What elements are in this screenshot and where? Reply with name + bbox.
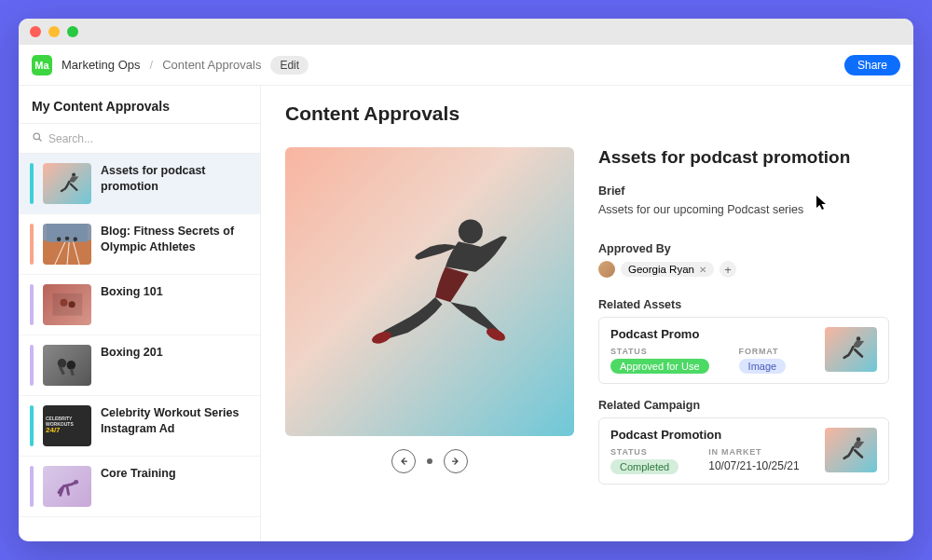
brief-label: Brief — [598, 184, 889, 198]
minimize-window-icon[interactable] — [48, 26, 60, 37]
related-campaign-card[interactable]: Podcast Promotion STATUS Completed IN MA… — [598, 417, 889, 485]
item-title: Core Training — [101, 466, 176, 507]
svg-line-1 — [39, 139, 42, 142]
record-title: Assets for podcast promotion — [598, 147, 889, 168]
page-title: Content Approvals — [285, 102, 889, 125]
item-title: Blog: Fitness Secrets of Olympic Athlete… — [101, 224, 249, 265]
status-label: STATUS — [610, 347, 709, 356]
related-campaign-title: Podcast Promotion — [610, 428, 814, 442]
item-thumbnail — [43, 224, 91, 265]
edit-button[interactable]: Edit — [270, 56, 308, 75]
search-icon — [32, 131, 43, 145]
svg-point-11 — [66, 361, 75, 370]
svg-point-0 — [34, 133, 40, 140]
item-title: Assets for podcast promotion — [101, 163, 249, 204]
svg-point-9 — [68, 301, 75, 307]
approver-name: Georgia Ryan — [628, 264, 694, 275]
related-asset-thumb — [825, 327, 877, 372]
sidebar-item[interactable]: Boxing 101 — [19, 275, 260, 335]
carousel-dot — [427, 458, 432, 464]
svg-point-4 — [57, 238, 61, 241]
sidebar: My Content Approvals Assets for podcast … — [19, 86, 261, 541]
related-assets-label: Related Assets — [598, 298, 889, 311]
campaign-status-label: STATUS — [610, 447, 678, 457]
sidebar-list: Assets for podcast promotionBlog: Fitnes… — [19, 154, 260, 541]
remove-approver-icon[interactable]: ✕ — [699, 265, 706, 275]
item-accent-bar — [30, 466, 34, 507]
runner-image — [329, 191, 531, 393]
svg-point-13 — [458, 219, 482, 243]
sidebar-title: My Content Approvals — [19, 86, 260, 124]
svg-point-8 — [60, 299, 67, 307]
in-market-label: IN MARKET — [708, 447, 799, 457]
maximize-window-icon[interactable] — [67, 26, 78, 37]
svg-point-6 — [74, 238, 77, 241]
main-panel: Content Approvals — [261, 86, 913, 541]
item-thumbnail — [43, 163, 91, 204]
asset-preview[interactable] — [285, 147, 574, 436]
window-titlebar — [19, 19, 913, 45]
svg-point-5 — [65, 237, 69, 240]
related-asset-card[interactable]: Podcast Promo STATUS Approved for Use FO… — [598, 317, 889, 384]
item-accent-bar — [30, 405, 34, 446]
approver-tag[interactable]: Georgia Ryan ✕ — [621, 262, 714, 277]
breadcrumb-workspace[interactable]: Marketing Ops — [62, 58, 141, 72]
item-title: Boxing 201 — [101, 345, 163, 386]
sidebar-item[interactable]: Blog: Fitness Secrets of Olympic Athlete… — [19, 214, 260, 275]
share-button[interactable]: Share — [844, 55, 900, 75]
asset-status-badge: Approved for Use — [610, 359, 709, 374]
format-label: FORMAT — [739, 347, 787, 356]
item-thumbnail — [43, 284, 91, 325]
item-thumbnail — [43, 466, 91, 507]
item-thumbnail — [43, 345, 91, 386]
in-market-value: 10/07/21-10/25/21 — [708, 459, 799, 472]
related-campaign-label: Related Campaign — [598, 399, 889, 412]
svg-point-12 — [74, 480, 78, 485]
item-accent-bar — [30, 284, 34, 325]
approved-by-label: Approved By — [598, 242, 889, 255]
asset-format-badge: Image — [739, 359, 787, 374]
svg-rect-7 — [52, 294, 82, 316]
sidebar-item[interactable]: CELEBRITY WORKOUTS24/7Celebrity Workout … — [19, 396, 260, 457]
close-window-icon[interactable] — [30, 26, 41, 37]
sidebar-item[interactable]: Core Training — [19, 457, 260, 517]
sidebar-item[interactable]: Assets for podcast promotion — [19, 154, 260, 214]
item-accent-bar — [30, 163, 34, 204]
item-thumbnail: CELEBRITY WORKOUTS24/7 — [43, 405, 91, 446]
carousel-next-button[interactable] — [444, 449, 468, 473]
search-input[interactable] — [48, 132, 247, 145]
related-asset-title: Podcast Promo — [610, 327, 814, 341]
approver-avatar — [598, 261, 615, 278]
brief-text: Assets for our upcoming Podcast series — [598, 203, 889, 216]
workspace-avatar[interactable]: Ma — [32, 55, 52, 75]
related-campaign-thumb — [825, 428, 877, 472]
item-accent-bar — [30, 345, 34, 386]
breadcrumb-page[interactable]: Content Approvals — [162, 58, 261, 72]
item-title: Boxing 101 — [101, 284, 163, 325]
top-bar: Ma Marketing Ops / Content Approvals Edi… — [19, 45, 913, 86]
breadcrumb-separator: / — [150, 58, 154, 72]
item-title: Celebrity Workout Series Instagram Ad — [101, 405, 249, 446]
item-accent-bar — [30, 224, 34, 265]
add-approver-button[interactable]: + — [720, 261, 736, 278]
carousel-prev-button[interactable] — [391, 449, 416, 473]
campaign-status-badge: Completed — [610, 459, 678, 474]
svg-point-10 — [57, 359, 66, 368]
sidebar-item[interactable]: Boxing 201 — [19, 335, 260, 396]
